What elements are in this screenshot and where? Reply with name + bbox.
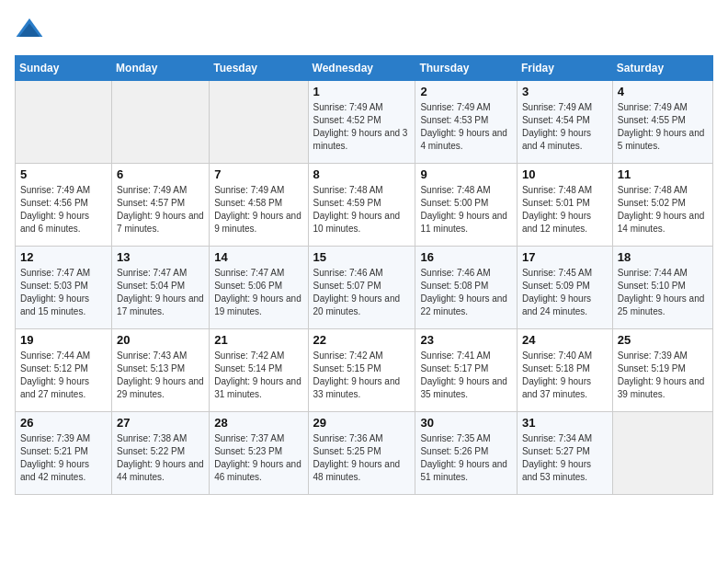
calendar-week-4: 19Sunrise: 7:44 AM Sunset: 5:12 PM Dayli… (16, 329, 713, 412)
header-friday: Friday (517, 56, 612, 81)
day-number: 31 (522, 416, 608, 430)
day-number: 21 (214, 333, 302, 347)
calendar-header-row: SundayMondayTuesdayWednesdayThursdayFrid… (16, 56, 713, 81)
day-info: Sunrise: 7:39 AM Sunset: 5:19 PM Dayligh… (618, 350, 708, 401)
calendar-cell: 23Sunrise: 7:41 AM Sunset: 5:17 PM Dayli… (415, 329, 518, 412)
calendar-week-2: 5Sunrise: 7:49 AM Sunset: 4:56 PM Daylig… (16, 164, 713, 247)
day-number: 9 (420, 167, 512, 181)
day-number: 13 (117, 250, 204, 264)
day-info: Sunrise: 7:49 AM Sunset: 4:52 PM Dayligh… (313, 101, 411, 153)
calendar-cell (16, 81, 112, 164)
day-number: 6 (117, 167, 204, 181)
calendar-table: SundayMondayTuesdayWednesdayThursdayFrid… (15, 55, 713, 495)
day-number: 1 (313, 85, 411, 98)
day-number: 10 (522, 167, 608, 181)
day-number: 30 (420, 416, 512, 430)
calendar-cell: 14Sunrise: 7:47 AM Sunset: 5:06 PM Dayli… (210, 247, 308, 329)
calendar-cell: 28Sunrise: 7:37 AM Sunset: 5:23 PM Dayli… (210, 412, 308, 495)
day-info: Sunrise: 7:41 AM Sunset: 5:17 PM Dayligh… (420, 350, 512, 401)
day-info: Sunrise: 7:37 AM Sunset: 5:23 PM Dayligh… (214, 432, 302, 484)
day-info: Sunrise: 7:39 AM Sunset: 5:21 PM Dayligh… (20, 432, 107, 484)
calendar-cell: 10Sunrise: 7:48 AM Sunset: 5:01 PM Dayli… (517, 164, 612, 247)
day-info: Sunrise: 7:43 AM Sunset: 5:13 PM Dayligh… (117, 350, 204, 401)
day-number: 11 (618, 167, 708, 181)
day-info: Sunrise: 7:49 AM Sunset: 4:53 PM Dayligh… (420, 101, 512, 153)
header-tuesday: Tuesday (210, 56, 308, 81)
page-header (15, 15, 713, 44)
day-number: 12 (20, 250, 107, 264)
day-info: Sunrise: 7:42 AM Sunset: 5:15 PM Dayligh… (313, 350, 411, 401)
day-info: Sunrise: 7:48 AM Sunset: 4:59 PM Dayligh… (313, 184, 411, 236)
calendar-cell (612, 412, 712, 495)
day-number: 20 (117, 333, 204, 347)
calendar-cell: 5Sunrise: 7:49 AM Sunset: 4:56 PM Daylig… (16, 164, 112, 247)
calendar-cell: 17Sunrise: 7:45 AM Sunset: 5:09 PM Dayli… (517, 247, 612, 329)
logo (15, 15, 48, 44)
day-number: 14 (214, 250, 302, 264)
calendar-cell: 15Sunrise: 7:46 AM Sunset: 5:07 PM Dayli… (308, 247, 415, 329)
calendar-cell: 8Sunrise: 7:48 AM Sunset: 4:59 PM Daylig… (308, 164, 415, 247)
day-number: 3 (522, 85, 608, 98)
day-info: Sunrise: 7:34 AM Sunset: 5:27 PM Dayligh… (522, 432, 608, 484)
day-info: Sunrise: 7:47 AM Sunset: 5:04 PM Dayligh… (117, 267, 204, 318)
day-info: Sunrise: 7:42 AM Sunset: 5:14 PM Dayligh… (214, 350, 302, 401)
calendar-cell: 6Sunrise: 7:49 AM Sunset: 4:57 PM Daylig… (112, 164, 210, 247)
calendar-cell: 29Sunrise: 7:36 AM Sunset: 5:25 PM Dayli… (308, 412, 415, 495)
day-number: 18 (618, 250, 708, 264)
day-info: Sunrise: 7:35 AM Sunset: 5:26 PM Dayligh… (420, 432, 512, 484)
day-number: 2 (420, 85, 512, 98)
day-info: Sunrise: 7:48 AM Sunset: 5:01 PM Dayligh… (522, 184, 608, 236)
day-info: Sunrise: 7:44 AM Sunset: 5:12 PM Dayligh… (20, 350, 107, 401)
calendar-cell: 26Sunrise: 7:39 AM Sunset: 5:21 PM Dayli… (16, 412, 112, 495)
day-number: 23 (420, 333, 512, 347)
day-number: 27 (117, 416, 204, 430)
day-number: 5 (20, 167, 107, 181)
day-number: 29 (313, 416, 411, 430)
calendar-cell: 9Sunrise: 7:48 AM Sunset: 5:00 PM Daylig… (415, 164, 518, 247)
calendar-week-1: 1Sunrise: 7:49 AM Sunset: 4:52 PM Daylig… (16, 81, 713, 164)
calendar-cell: 31Sunrise: 7:34 AM Sunset: 5:27 PM Dayli… (517, 412, 612, 495)
day-info: Sunrise: 7:49 AM Sunset: 4:57 PM Dayligh… (117, 184, 204, 236)
calendar-cell: 11Sunrise: 7:48 AM Sunset: 5:02 PM Dayli… (612, 164, 712, 247)
day-info: Sunrise: 7:47 AM Sunset: 5:06 PM Dayligh… (214, 267, 302, 318)
day-number: 16 (420, 250, 512, 264)
logo-icon (15, 15, 44, 44)
day-info: Sunrise: 7:38 AM Sunset: 5:22 PM Dayligh… (117, 432, 204, 484)
day-number: 22 (313, 333, 411, 347)
day-number: 15 (313, 250, 411, 264)
day-number: 7 (214, 167, 302, 181)
day-info: Sunrise: 7:49 AM Sunset: 4:58 PM Dayligh… (214, 184, 302, 236)
header-monday: Monday (112, 56, 210, 81)
calendar-cell: 20Sunrise: 7:43 AM Sunset: 5:13 PM Dayli… (112, 329, 210, 412)
calendar-cell: 7Sunrise: 7:49 AM Sunset: 4:58 PM Daylig… (210, 164, 308, 247)
calendar-cell: 13Sunrise: 7:47 AM Sunset: 5:04 PM Dayli… (112, 247, 210, 329)
day-info: Sunrise: 7:36 AM Sunset: 5:25 PM Dayligh… (313, 432, 411, 484)
calendar-cell: 1Sunrise: 7:49 AM Sunset: 4:52 PM Daylig… (308, 81, 415, 164)
calendar-cell: 22Sunrise: 7:42 AM Sunset: 5:15 PM Dayli… (308, 329, 415, 412)
calendar-cell: 16Sunrise: 7:46 AM Sunset: 5:08 PM Dayli… (415, 247, 518, 329)
calendar-week-5: 26Sunrise: 7:39 AM Sunset: 5:21 PM Dayli… (16, 412, 713, 495)
day-info: Sunrise: 7:49 AM Sunset: 4:55 PM Dayligh… (618, 101, 708, 153)
calendar-cell: 21Sunrise: 7:42 AM Sunset: 5:14 PM Dayli… (210, 329, 308, 412)
calendar-cell: 3Sunrise: 7:49 AM Sunset: 4:54 PM Daylig… (517, 81, 612, 164)
day-info: Sunrise: 7:40 AM Sunset: 5:18 PM Dayligh… (522, 350, 608, 401)
calendar-week-3: 12Sunrise: 7:47 AM Sunset: 5:03 PM Dayli… (16, 247, 713, 329)
calendar-cell: 30Sunrise: 7:35 AM Sunset: 5:26 PM Dayli… (415, 412, 518, 495)
day-info: Sunrise: 7:45 AM Sunset: 5:09 PM Dayligh… (522, 267, 608, 318)
day-number: 26 (20, 416, 107, 430)
header-thursday: Thursday (415, 56, 518, 81)
calendar-cell (210, 81, 308, 164)
day-number: 8 (313, 167, 411, 181)
day-number: 19 (20, 333, 107, 347)
day-info: Sunrise: 7:49 AM Sunset: 4:56 PM Dayligh… (20, 184, 107, 236)
day-info: Sunrise: 7:46 AM Sunset: 5:08 PM Dayligh… (420, 267, 512, 318)
day-number: 24 (522, 333, 608, 347)
day-info: Sunrise: 7:46 AM Sunset: 5:07 PM Dayligh… (313, 267, 411, 318)
day-number: 25 (618, 333, 708, 347)
calendar-cell: 12Sunrise: 7:47 AM Sunset: 5:03 PM Dayli… (16, 247, 112, 329)
header-saturday: Saturday (612, 56, 712, 81)
day-number: 28 (214, 416, 302, 430)
calendar-cell: 27Sunrise: 7:38 AM Sunset: 5:22 PM Dayli… (112, 412, 210, 495)
calendar-cell: 2Sunrise: 7:49 AM Sunset: 4:53 PM Daylig… (415, 81, 518, 164)
day-number: 17 (522, 250, 608, 264)
